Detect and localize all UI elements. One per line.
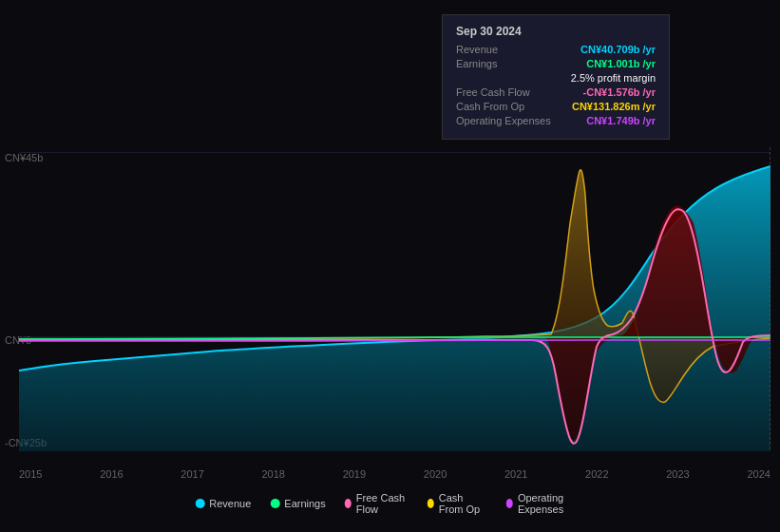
x-label-2019: 2019 [343,468,366,480]
legend-dot-cashop [428,499,434,508]
x-label-2023: 2023 [666,468,689,480]
legend-label-cashop: Cash From Op [439,492,487,515]
cashop-label: Cash From Op [456,101,524,112]
legend-label-opex: Operating Expenses [518,492,585,515]
x-label-2020: 2020 [424,468,447,480]
tooltip-earnings-row: Earnings CN¥1.001b /yr [456,58,656,69]
tooltip-revenue-row: Revenue CN¥40.709b /yr [456,44,656,55]
tooltip-opex-row: Operating Expenses CN¥1.749b /yr [456,115,656,126]
legend-cashop[interactable]: Cash From Op [428,492,487,515]
fcf-value: -CN¥1.576b /yr [583,86,656,98]
tooltip-fcf-row: Free Cash Flow -CN¥1.576b /yr [456,86,656,98]
legend-dot-earnings [270,499,279,508]
x-labels: 2015 2016 2017 2018 2019 2020 2021 2022 … [19,468,770,480]
legend-label-revenue: Revenue [209,498,251,509]
opex-label: Operating Expenses [456,115,551,126]
chart-svg [19,147,770,451]
tooltip-box: Sep 30 2024 Revenue CN¥40.709b /yr Earni… [442,14,670,140]
legend-label-fcf: Free Cash Flow [356,492,409,515]
x-label-2021: 2021 [504,468,527,480]
chart-container: Sep 30 2024 Revenue CN¥40.709b /yr Earni… [0,0,780,532]
legend-earnings[interactable]: Earnings [270,498,325,509]
cashop-value: CN¥131.826m /yr [572,101,656,112]
revenue-value: CN¥40.709b /yr [580,44,656,55]
opex-value: CN¥1.749b /yr [586,115,656,126]
tooltip-date: Sep 30 2024 [456,25,656,38]
x-label-2015: 2015 [19,468,42,480]
profit-margin-value: 2.5% profit margin [571,72,656,84]
legend-label-earnings: Earnings [284,498,325,509]
legend-fcf[interactable]: Free Cash Flow [345,492,409,515]
earnings-label: Earnings [456,58,497,69]
tooltip-cashop-row: Cash From Op CN¥131.826m /yr [456,101,656,112]
x-label-2024: 2024 [747,468,770,480]
x-label-2016: 2016 [100,468,123,480]
legend-opex[interactable]: Operating Expenses [506,492,585,515]
x-label-2017: 2017 [181,468,203,480]
legend-dot-revenue [195,499,204,508]
fcf-label: Free Cash Flow [456,86,530,98]
legend-dot-opex [506,499,513,508]
tooltip-profit-margin-row: 2.5% profit margin [456,72,656,84]
x-label-2022: 2022 [585,468,608,480]
legend-dot-fcf [345,499,352,508]
legend-revenue[interactable]: Revenue [195,498,251,509]
earnings-value: CN¥1.001b /yr [586,58,656,69]
revenue-label: Revenue [456,44,498,55]
x-label-2018: 2018 [261,468,284,480]
chart-legend: Revenue Earnings Free Cash Flow Cash Fro… [195,492,585,515]
